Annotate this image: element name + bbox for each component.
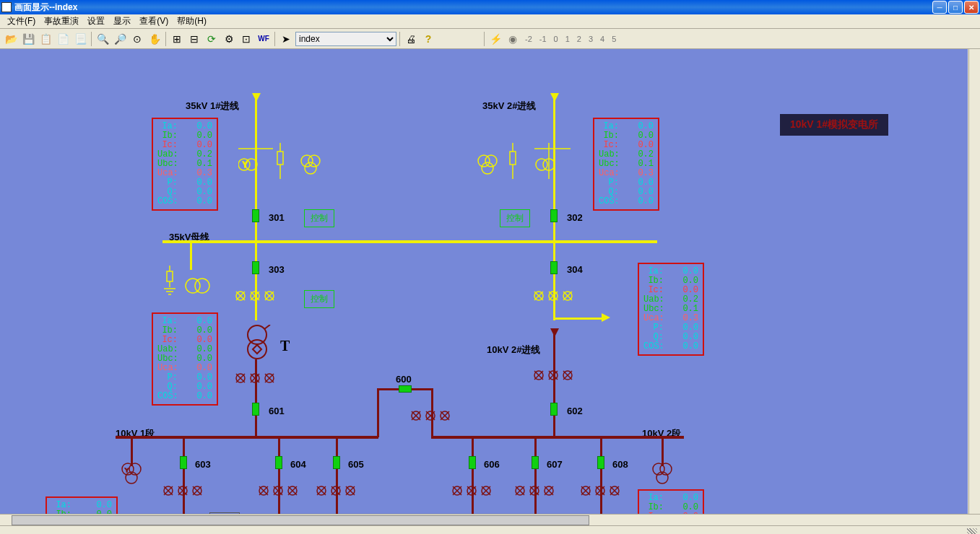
line: [183, 437, 185, 525]
paste-icon[interactable]: 📄: [55, 31, 71, 47]
menu-display[interactable]: 显示: [109, 14, 135, 29]
svg-point-12: [305, 162, 316, 174]
scada-canvas[interactable]: 10kV 1#模拟变电所 35kV 1#进线 35kV 2#进线 35kV母线 …: [0, 49, 968, 525]
close-button[interactable]: ✕: [964, 1, 979, 14]
disconnect-icon[interactable]: [258, 482, 301, 499]
zoom-in-icon[interactable]: 🔍: [95, 31, 110, 47]
breaker-608-label: 608: [612, 459, 628, 470]
transformer-label: T: [280, 338, 290, 354]
breaker-303[interactable]: [252, 261, 259, 274]
svg-point-27: [186, 279, 200, 293]
menu-accident[interactable]: 事故重演: [40, 14, 83, 29]
disconnect-icon[interactable]: [235, 369, 278, 387]
line: [336, 437, 338, 525]
arrow-down-icon: [251, 92, 261, 102]
line: [255, 241, 257, 320]
canvas-wrap: 10kV 1#模拟变电所 35kV 1#进线 35kV 2#进线 35kV母线 …: [0, 49, 980, 525]
breaker-304-label: 304: [567, 264, 583, 275]
svg-rect-17: [510, 152, 516, 165]
resize-grip-icon[interactable]: [967, 528, 977, 535]
breaker-601[interactable]: [252, 403, 259, 416]
breaker-607[interactable]: [532, 456, 539, 469]
line: [553, 318, 602, 320]
breaker-304[interactable]: [550, 261, 558, 274]
breaker-605[interactable]: [333, 456, 340, 469]
line: [472, 437, 474, 525]
breaker-301[interactable]: [252, 209, 259, 222]
svg-point-47: [248, 325, 266, 344]
pt-icon: [651, 462, 673, 486]
scrollbar-horizontal[interactable]: [0, 514, 980, 525]
svg-marker-0: [252, 93, 261, 102]
menu-file[interactable]: 文件(F): [3, 14, 40, 29]
ctrl-302[interactable]: 控制: [500, 209, 530, 227]
open-icon[interactable]: 📂: [3, 31, 19, 47]
breaker-602[interactable]: [550, 403, 558, 416]
arrow-down-icon: [550, 92, 560, 102]
nav-num[interactable]: 5: [609, 35, 619, 43]
arrow-down-icon: [550, 328, 560, 338]
wf-icon[interactable]: WF: [256, 31, 272, 47]
breaker-302[interactable]: [550, 209, 558, 222]
minimize-button[interactable]: ─: [932, 1, 947, 14]
nav-num[interactable]: 0: [551, 35, 561, 43]
maximize-button[interactable]: □: [948, 1, 963, 14]
menubar: 文件(F) 事故重演 设置 显示 查看(V) 帮助(H): [0, 14, 980, 29]
save-icon[interactable]: 💾: [20, 31, 36, 47]
pan-icon[interactable]: ✋: [147, 31, 162, 47]
disconnect-icon[interactable]: [316, 482, 359, 499]
disconnect-icon[interactable]: [533, 367, 576, 384]
svg-point-20: [536, 159, 547, 170]
breaker-604[interactable]: [275, 456, 282, 469]
disconnect-icon[interactable]: [533, 287, 576, 305]
ctrl-301[interactable]: 控制: [304, 209, 334, 227]
menu-help[interactable]: 帮助(H): [173, 14, 211, 29]
bus-35kv: [162, 240, 657, 243]
tool1-icon[interactable]: ⚙: [221, 31, 237, 47]
doc-icon[interactable]: 📃: [72, 31, 88, 47]
page-select[interactable]: index: [295, 32, 396, 46]
zoom-out-icon[interactable]: 🔎: [112, 31, 128, 47]
tool2-icon[interactable]: ⊡: [238, 31, 254, 47]
svg-rect-23: [167, 271, 173, 281]
svg-point-10: [301, 155, 313, 167]
help-icon[interactable]: ?: [420, 31, 436, 47]
nav-num[interactable]: 3: [586, 35, 596, 43]
nav-num[interactable]: 4: [597, 35, 607, 43]
refresh-icon[interactable]: ⟳: [204, 31, 220, 47]
breaker-606[interactable]: [469, 456, 476, 469]
tool3-icon[interactable]: ⚡: [487, 31, 503, 47]
arrow-icon[interactable]: ➤: [278, 31, 294, 47]
svg-line-49: [264, 325, 270, 329]
ctrl-303[interactable]: 控制: [304, 290, 334, 308]
layout1-icon[interactable]: ⊞: [169, 31, 185, 47]
tool4-icon[interactable]: ◉: [505, 31, 521, 47]
menu-settings[interactable]: 设置: [83, 14, 109, 29]
disconnect-icon[interactable]: [451, 482, 495, 499]
nav-num[interactable]: 2: [574, 35, 584, 43]
line: [534, 437, 537, 525]
menu-view[interactable]: 查看(V): [135, 14, 173, 29]
line1-label: 35kV 1#进线: [186, 100, 239, 113]
breaker-605-label: 605: [348, 459, 364, 470]
print-icon[interactable]: 🖨: [403, 31, 419, 47]
nav-num[interactable]: -1: [537, 35, 550, 43]
svg-marker-2: [602, 313, 610, 322]
copy-icon[interactable]: 📋: [38, 31, 53, 47]
disconnect-icon[interactable]: [235, 287, 278, 305]
zoom-fit-icon[interactable]: ⊙: [129, 31, 145, 47]
nav-num[interactable]: 1: [563, 35, 573, 43]
disconnect-icon[interactable]: [580, 482, 623, 499]
transformer-icon[interactable]: [243, 325, 272, 361]
disconnect-icon[interactable]: [410, 407, 454, 424]
pt-icon: Y: [121, 462, 142, 486]
disconnect-icon[interactable]: [514, 482, 558, 499]
nav-num[interactable]: -2: [522, 35, 535, 43]
breaker-608[interactable]: [597, 456, 604, 469]
disconnect-icon[interactable]: [162, 482, 206, 499]
scrollbar-vertical[interactable]: [968, 49, 980, 525]
breaker-603[interactable]: [180, 456, 187, 469]
breaker-301-label: 301: [269, 212, 285, 223]
layout2-icon[interactable]: ⊟: [186, 31, 202, 47]
breaker-600[interactable]: [399, 385, 412, 393]
